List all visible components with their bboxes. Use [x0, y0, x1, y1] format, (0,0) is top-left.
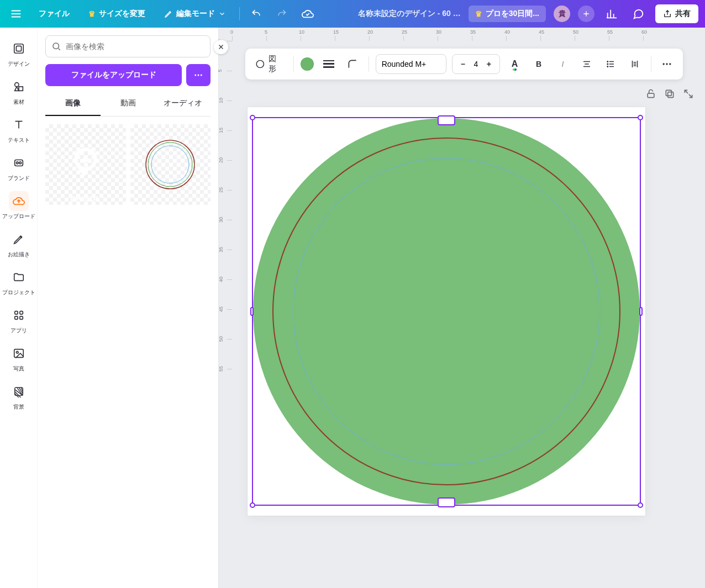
close-panel-button[interactable]	[214, 40, 228, 54]
upload-thumb[interactable]: DRISOL	[45, 124, 126, 205]
search-icon	[51, 41, 61, 51]
tab-images[interactable]: 画像	[45, 92, 101, 116]
left-rail: デザイン 素材 テキスト ブランド アップロード お絵描き プロジェクト アプリ…	[0, 28, 38, 588]
menu-button[interactable]	[7, 4, 25, 23]
edit-mode-label: 編集モード	[176, 9, 215, 19]
ruler-tick: 25	[227, 190, 232, 220]
ruler-tick: 20	[369, 36, 403, 41]
fill-color-swatch[interactable]	[301, 57, 314, 71]
font-size-field: − 4 +	[452, 54, 500, 74]
font-size-decrease[interactable]: −	[458, 60, 468, 68]
search-input[interactable]	[66, 42, 204, 51]
duplicate-page-button[interactable]	[664, 88, 675, 99]
upload-thumb[interactable]	[130, 124, 211, 205]
corner-rounding-button[interactable]	[343, 55, 361, 73]
ruler-tick: 10	[227, 100, 232, 130]
font-size-increase[interactable]: +	[484, 60, 494, 68]
resize-handle-ne[interactable]	[638, 115, 643, 120]
cloud-check-icon	[302, 8, 314, 20]
canvas-viewport[interactable]	[232, 41, 705, 588]
svg-rect-34	[668, 92, 674, 98]
redo-icon	[276, 8, 287, 19]
share-label: 共有	[675, 9, 691, 19]
upload-button[interactable]: ファイルをアップロード	[45, 64, 182, 86]
pen-icon	[13, 233, 25, 245]
svg-rect-8	[19, 311, 23, 315]
undo-button[interactable]	[248, 5, 265, 23]
add-member-button[interactable]	[578, 6, 594, 22]
search-input-wrap	[45, 35, 211, 57]
image-icon	[13, 347, 25, 359]
rail-item-design[interactable]: デザイン	[1, 34, 36, 70]
resize-handle-w[interactable]	[250, 307, 254, 316]
italic-button[interactable]: I	[554, 55, 572, 73]
undo-icon	[251, 8, 262, 19]
avatar[interactable]: 貴	[554, 6, 570, 22]
rail-item-background[interactable]: 背景	[1, 377, 36, 413]
ruler-tick: 35	[472, 36, 506, 41]
rail-label: アプリ	[10, 327, 27, 333]
crown-icon: ♛	[475, 9, 482, 18]
lines-icon	[323, 60, 334, 68]
rail-label: 背景	[13, 404, 24, 410]
text-color-button[interactable]: A	[506, 55, 524, 73]
rail-item-projects[interactable]: プロジェクト	[1, 263, 36, 299]
share-icon	[663, 9, 672, 18]
rail-item-apps[interactable]: アプリ	[1, 301, 36, 337]
resize-handle-se[interactable]	[638, 502, 643, 508]
file-menu[interactable]: ファイル	[33, 6, 75, 22]
svg-point-27	[607, 61, 608, 62]
resize-handle-sw[interactable]	[250, 502, 255, 508]
font-family-field[interactable]: Rounded M+	[376, 54, 446, 74]
rail-item-brand[interactable]: ブランド	[1, 149, 36, 184]
stroke-weight-button[interactable]	[319, 55, 338, 73]
resize-handle-n[interactable]	[438, 115, 455, 125]
upload-more-button[interactable]	[186, 64, 211, 86]
rail-item-elements[interactable]: 素材	[1, 72, 36, 108]
ruler-tick: 35	[227, 250, 232, 279]
selection-box[interactable]	[252, 117, 641, 506]
ruler-tick: 30	[227, 220, 232, 250]
comment-button[interactable]	[629, 4, 648, 23]
design-page[interactable]	[248, 107, 645, 516]
text-align-button[interactable]	[577, 55, 596, 73]
resize-button[interactable]: ♛ サイズを変更	[83, 6, 151, 22]
svg-point-14	[53, 43, 59, 49]
rail-item-draw[interactable]: お絵描き	[1, 225, 36, 261]
cloud-sync-button[interactable]	[298, 4, 317, 23]
edit-mode-menu[interactable]: 編集モード	[159, 6, 232, 22]
rail-item-text[interactable]: テキスト	[1, 110, 36, 146]
rail-item-uploads[interactable]: アップロード	[1, 187, 36, 223]
tab-audio[interactable]: オーディオ	[155, 92, 211, 116]
bold-button[interactable]: B	[529, 55, 548, 73]
chart-icon	[606, 8, 618, 20]
list-button[interactable]	[602, 55, 620, 73]
rail-label: デザイン	[8, 61, 30, 67]
expand-page-button[interactable]	[683, 88, 694, 99]
ruler-tick: 0	[232, 36, 266, 41]
dots-icon	[193, 70, 203, 80]
more-options-button[interactable]	[658, 55, 676, 73]
tab-videos[interactable]: 動画	[101, 92, 156, 116]
shapes-icon	[13, 81, 25, 93]
spacing-button[interactable]	[625, 55, 644, 73]
resize-handle-e[interactable]	[639, 307, 643, 316]
svg-point-20	[146, 140, 194, 189]
font-size-value[interactable]: 4	[469, 60, 482, 68]
shape-type-button[interactable]: 図形	[252, 55, 287, 73]
resize-handle-s[interactable]	[438, 497, 455, 507]
resize-label: サイズを変更	[99, 9, 145, 19]
try-pro-button[interactable]: ♛ プロを30日間...	[469, 6, 546, 22]
resize-handle-nw[interactable]	[250, 115, 255, 120]
top-bar: ファイル ♛ サイズを変更 編集モード 名称未設定のデザイン - 60 … ♛ …	[0, 0, 705, 28]
lock-page-button[interactable]	[645, 88, 656, 99]
rail-label: 素材	[13, 99, 24, 105]
document-title[interactable]: 名称未設定のデザイン - 60 …	[358, 9, 461, 19]
analytics-button[interactable]	[602, 4, 621, 23]
redo-button[interactable]	[273, 5, 291, 23]
share-button[interactable]: 共有	[655, 4, 698, 23]
ruler-vertical: 0510152025303540455055	[219, 41, 232, 588]
text-color-icon: A	[512, 59, 518, 69]
svg-point-17	[201, 75, 202, 76]
rail-item-photos[interactable]: 写真	[1, 339, 36, 375]
